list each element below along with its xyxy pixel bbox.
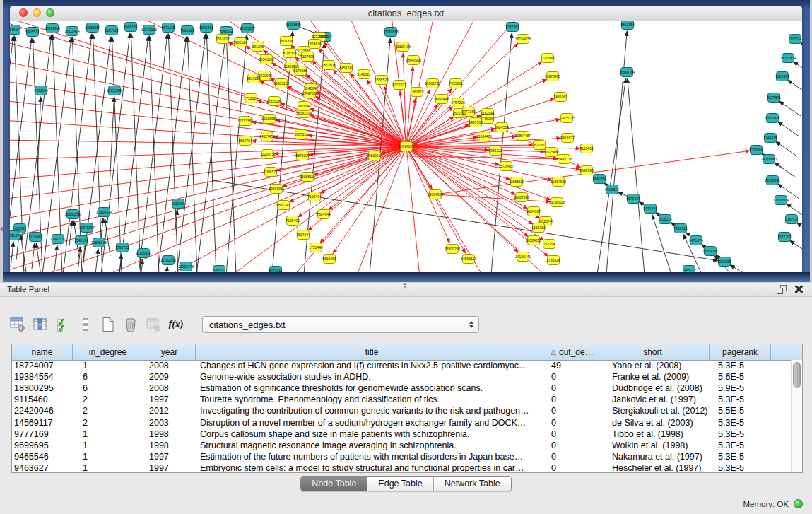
svg-text:9777169: 9777169 — [461, 110, 476, 114]
svg-text:1077292: 1077292 — [777, 235, 792, 239]
select-columns-icon[interactable] — [54, 315, 72, 334]
column-header-out_de[interactable]: △out_de… — [548, 344, 596, 360]
svg-text:17359924: 17359924 — [96, 210, 112, 214]
function-builder-icon[interactable]: f(x) — [167, 315, 185, 334]
horizontal-splitter-handle[interactable] — [399, 282, 411, 288]
svg-text:7615526: 7615526 — [180, 28, 194, 33]
column-header-short[interactable]: short — [596, 344, 710, 360]
svg-text:10654112: 10654112 — [702, 249, 718, 253]
tab-edge-table[interactable]: Edge Table — [367, 477, 433, 491]
svg-text:9175685: 9175685 — [293, 69, 307, 73]
cell-short: Stergiakouli et al. (2012) — [596, 406, 710, 416]
svg-text:2653100: 2653100 — [34, 88, 48, 93]
table-panel: Table Panel f(x) citations_edges.txt nam… — [0, 283, 812, 514]
table-row[interactable]: 1938455462009Genome-wide association stu… — [12, 371, 802, 382]
table-row[interactable]: 977716911998Corpus callosum shape and si… — [12, 428, 802, 440]
table-row[interactable]: 911546021997Tourette syndrome. Phenomeno… — [12, 394, 802, 405]
svg-text:1554636: 1554636 — [307, 42, 322, 46]
column-header-in_degree[interactable]: in_degree — [73, 344, 143, 360]
svg-text:8471676: 8471676 — [689, 238, 703, 243]
svg-text:6466161: 6466161 — [124, 25, 138, 29]
cell-pagerank: 5.3E-5 — [710, 361, 771, 370]
cell-title: Genome-wide association studies in ADHD. — [196, 372, 548, 382]
svg-text:8878009: 8878009 — [295, 153, 310, 158]
splitter-down-icon — [403, 286, 407, 288]
svg-text:10973493: 10973493 — [545, 74, 560, 78]
table-scrollbar[interactable] — [791, 360, 802, 472]
svg-text:15058111: 15058111 — [300, 175, 315, 179]
cell-name: 9699695 — [12, 440, 73, 450]
window-titlebar[interactable]: citations_edges.txt — [10, 6, 802, 22]
cell-pagerank: 5.3E-5 — [710, 452, 771, 462]
cell-year: 1998 — [143, 440, 196, 450]
svg-text:9474444: 9474444 — [643, 206, 657, 211]
cell-short: Dudbridge et al. (2008) — [596, 383, 710, 393]
table-row[interactable]: 1456911722003Disruption of a novel membe… — [12, 416, 802, 428]
minimize-window-button[interactable] — [33, 8, 41, 17]
delete-rows-icon[interactable] — [122, 315, 140, 334]
table-row[interactable]: 1830029562008Estimation of significance … — [12, 382, 802, 394]
float-panel-icon[interactable] — [777, 285, 787, 294]
cell-title: Disruption of a novel member of a sodium… — [196, 418, 548, 428]
cell-pagerank: 5.5E-5 — [710, 406, 771, 416]
zoom-window-button[interactable] — [46, 8, 54, 17]
svg-text:62160: 62160 — [534, 143, 544, 147]
svg-text:9546332: 9546332 — [219, 29, 233, 33]
cell-short: Nakamura et al. (1997) — [596, 452, 710, 462]
svg-text:12093872: 12093872 — [765, 116, 780, 120]
row-height-icon[interactable] — [76, 315, 95, 334]
svg-text:8215958: 8215958 — [749, 148, 763, 152]
table-row[interactable]: 946362711997Embryonic stem cells: a mode… — [12, 462, 802, 473]
svg-text:1640954: 1640954 — [592, 177, 606, 181]
show-columns-icon[interactable] — [31, 315, 49, 334]
svg-text:9684067: 9684067 — [526, 209, 541, 214]
tab-node-table[interactable]: Node Table — [301, 477, 367, 491]
svg-text:1605358: 1605358 — [279, 39, 293, 43]
column-header-year[interactable]: year — [143, 344, 196, 360]
cell-pagerank: 5.3E-5 — [710, 418, 771, 428]
citation-network-graph[interactable]: 1872400713405575405571208914061611147410… — [10, 21, 802, 272]
table-selector-value: citations_edges.txt — [203, 320, 464, 330]
svg-text:10025488: 10025488 — [543, 150, 559, 154]
cell-in_degree: 2 — [73, 395, 143, 404]
close-panel-icon[interactable] — [794, 285, 803, 293]
cell-short: Yano et al. (2008) — [596, 361, 710, 370]
cell-in_degree: 1 — [73, 361, 143, 370]
table-scrollbar-thumb[interactable] — [793, 362, 801, 388]
svg-text:8454749: 8454749 — [339, 66, 353, 70]
tab-network-table[interactable]: Network Table — [434, 477, 511, 491]
svg-text:12125658: 12125658 — [312, 35, 327, 39]
column-header-title[interactable]: title — [196, 344, 548, 360]
table-row[interactable]: 1872400712008Changes of HCN gene express… — [12, 360, 802, 371]
cell-name: 19384554 — [12, 372, 73, 382]
svg-text:9115460: 9115460 — [579, 146, 593, 151]
svg-text:7955812: 7955812 — [449, 81, 463, 86]
network-canvas[interactable]: 1872400713405575405571208914061611147410… — [10, 21, 802, 272]
svg-text:17016504: 17016504 — [773, 198, 789, 202]
svg-text:8813054: 8813054 — [620, 23, 635, 27]
table-settings-icon[interactable] — [8, 315, 27, 334]
cell-year: 2008 — [143, 383, 196, 393]
close-window-button[interactable] — [19, 8, 28, 17]
svg-text:7125404: 7125404 — [307, 194, 322, 199]
table-row[interactable]: 2242004622012Investigating the contribut… — [12, 405, 802, 416]
table-row[interactable]: 969969511998Structural magnetic resonanc… — [12, 440, 802, 451]
svg-text:9327508: 9327508 — [300, 54, 314, 59]
column-header-name[interactable]: name — [12, 344, 73, 360]
cell-title: Investigating the contribution of common… — [196, 406, 548, 416]
table-row[interactable]: 946554611997Estimation of the future num… — [12, 451, 802, 462]
svg-text:16524851: 16524851 — [526, 238, 541, 243]
new-table-icon[interactable] — [99, 315, 117, 334]
combo-stepper-icon[interactable] — [464, 321, 478, 328]
column-header-pagerank[interactable]: pagerank — [710, 344, 771, 360]
cell-year: 1997 — [143, 395, 196, 404]
memory-status-indicator-icon — [794, 499, 803, 508]
cell-year: 2008 — [143, 361, 196, 370]
cell-name: 18724007 — [12, 361, 73, 370]
svg-text:20891406: 20891406 — [45, 26, 60, 30]
node-table: namein_degreeyeartitle△out_de…shortpager… — [11, 344, 803, 473]
cell-out_de: 0 — [548, 406, 596, 416]
cell-pagerank: 5.3E-5 — [710, 429, 771, 439]
table-selector[interactable]: citations_edges.txt — [202, 316, 479, 333]
svg-text:16648784: 16648784 — [619, 70, 635, 74]
